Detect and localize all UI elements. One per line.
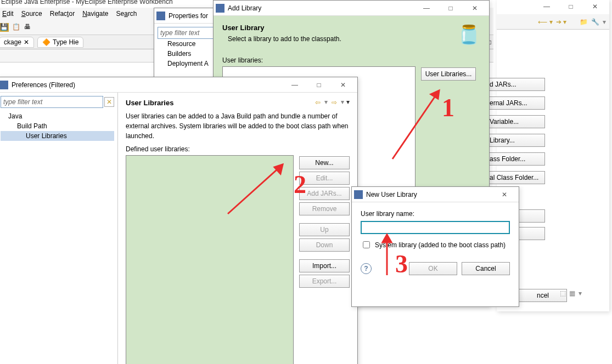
annotation-number-2: 2 bbox=[294, 170, 306, 199]
close-icon[interactable]: ✕ bbox=[24, 38, 29, 46]
tree-java[interactable]: Java bbox=[1, 111, 114, 121]
preferences-nav: ⇦▾ ⇨▾ ▾ bbox=[313, 98, 350, 107]
preferences-filter-input[interactable] bbox=[1, 96, 103, 108]
save-icon[interactable]: 💾 bbox=[0, 23, 9, 32]
minimize-icon[interactable]: — bbox=[283, 77, 307, 93]
new-user-library-footer: ? OK Cancel bbox=[352, 255, 519, 282]
chevron-down-icon[interactable]: ▾ bbox=[579, 289, 582, 297]
tab-type-hierarchy[interactable]: 🔶 Type Hie bbox=[37, 37, 83, 48]
print-icon[interactable]: 🖶 bbox=[24, 23, 33, 32]
ok-button: OK bbox=[409, 262, 457, 275]
defined-libraries-list[interactable] bbox=[126, 155, 294, 364]
help-icon[interactable]: ? bbox=[361, 263, 372, 274]
annotation-number-1: 1 bbox=[442, 93, 454, 122]
maximize-icon[interactable]: □ bbox=[559, 0, 583, 14]
export-button: Export... bbox=[299, 275, 350, 288]
add-library-title: Add Library bbox=[228, 4, 414, 12]
menu-dropdown-icon[interactable]: ▾ bbox=[346, 98, 350, 107]
annotation-number-3: 3 bbox=[395, 249, 408, 278]
editor-min-buttons: ⬚ ▦ ▾ bbox=[560, 289, 582, 297]
menu-edit[interactable]: Edit bbox=[0, 9, 17, 19]
maximize-icon[interactable]: □ bbox=[439, 1, 463, 16]
folder-icon[interactable]: 📁 bbox=[580, 18, 588, 26]
preferences-content-panel: User Libraries ⇦▾ ⇨▾ ▾ User libraries ca… bbox=[118, 93, 357, 364]
tab-package[interactable]: ckage✕ bbox=[0, 37, 34, 48]
library-jar-icon: 🫙 bbox=[457, 24, 480, 46]
eclipse-icon bbox=[216, 4, 224, 13]
add-library-titlebar: Add Library — □ ✕ bbox=[214, 1, 489, 16]
menu-navigate[interactable]: Navigate bbox=[79, 9, 111, 19]
system-library-checkbox-row[interactable]: System library (added to the boot class … bbox=[361, 240, 510, 250]
remove-button: Remove bbox=[299, 202, 350, 215]
right-shell-titlebar: — □ ✕ bbox=[497, 0, 609, 14]
menu-source[interactable]: Source bbox=[18, 9, 46, 19]
back-icon[interactable]: ⟵ ▾ bbox=[538, 18, 552, 26]
edit-button: Edit... bbox=[299, 172, 350, 185]
new-user-library-titlebar: New User Library ✕ bbox=[352, 187, 519, 202]
forward-icon[interactable]: ➔ ▾ bbox=[556, 18, 566, 26]
defined-libraries-label: Defined user libraries: bbox=[126, 145, 350, 153]
clear-filter-icon[interactable]: ✕ bbox=[104, 97, 114, 107]
add-library-header: User Library Select a library to add to … bbox=[214, 16, 489, 51]
build-path-buttons: d JARs... ernal JARs... Variable... Libr… bbox=[486, 77, 545, 185]
back-icon[interactable]: ⇦ bbox=[313, 98, 322, 107]
right-toolbar: ⟵ ▾ ➔ ▾ 📁 🔧 ▾ bbox=[497, 14, 609, 30]
minimize-icon[interactable]: — bbox=[414, 1, 439, 16]
import-button[interactable]: Import... bbox=[299, 259, 350, 272]
user-library-name-label: User library name: bbox=[361, 210, 510, 218]
minimize-icon[interactable]: — bbox=[535, 0, 559, 14]
add-library-subtitle: Select a library to add to the classpath… bbox=[222, 35, 457, 43]
menu-refactor[interactable]: Refactor bbox=[47, 9, 78, 19]
preferences-titlebar: Preferences (Filtered) — □ ✕ bbox=[0, 77, 357, 93]
close-icon[interactable]: ✕ bbox=[331, 77, 355, 93]
add-external-jars-button[interactable]: ernal JARs... bbox=[486, 96, 545, 110]
tree-build-path[interactable]: Build Path bbox=[1, 121, 114, 131]
add-jars-button: Add JARs... bbox=[299, 187, 350, 200]
up-button: Up bbox=[299, 223, 350, 236]
user-libraries-label: User libraries: bbox=[222, 56, 480, 64]
add-library-header-title: User Library bbox=[222, 24, 457, 32]
view-layout-icon[interactable]: ▦ bbox=[569, 289, 575, 297]
add-class-folder-button[interactable]: ass Folder... bbox=[486, 152, 545, 166]
new-user-library-title: New User Library bbox=[366, 191, 492, 198]
preferences-title: Preferences (Filtered) bbox=[12, 81, 283, 89]
down-button: Down bbox=[299, 238, 350, 252]
preferences-tree-panel: ✕ Java Build Path User Libraries bbox=[0, 93, 118, 364]
eclipse-icon bbox=[156, 12, 165, 20]
menu-search[interactable]: Search bbox=[113, 9, 141, 19]
add-variable-button[interactable]: Variable... bbox=[486, 115, 545, 128]
preferences-dialog: Preferences (Filtered) — □ ✕ ✕ Java Buil… bbox=[0, 77, 358, 364]
cancel-button[interactable]: Cancel bbox=[462, 262, 510, 275]
save-all-icon[interactable]: 📋 bbox=[12, 23, 21, 32]
preferences-body: ✕ Java Build Path User Libraries User Li… bbox=[0, 93, 357, 364]
eclipse-icon bbox=[354, 190, 363, 199]
tree-user-libraries[interactable]: User Libraries bbox=[1, 131, 114, 141]
close-icon[interactable]: ✕ bbox=[583, 0, 607, 14]
maximize-icon[interactable]: □ bbox=[307, 77, 331, 93]
new-user-library-body: User library name: System library (added… bbox=[352, 202, 519, 255]
wrench-icon[interactable]: 🔧 bbox=[591, 18, 599, 26]
add-library-button[interactable]: Library... bbox=[486, 134, 545, 147]
close-icon[interactable]: ✕ bbox=[492, 187, 516, 202]
user-library-name-input[interactable] bbox=[361, 221, 510, 234]
eclipse-icon bbox=[0, 81, 8, 89]
view-nav-icon[interactable]: ⬚ bbox=[560, 289, 566, 297]
user-libraries-button[interactable]: User Libraries... bbox=[421, 67, 476, 81]
new-user-library-dialog: New User Library ✕ User library name: Sy… bbox=[351, 186, 519, 307]
new-button[interactable]: New... bbox=[299, 156, 350, 169]
system-library-checkbox-label: System library (added to the boot class … bbox=[375, 241, 506, 249]
preferences-heading: User Libraries bbox=[126, 99, 173, 107]
add-external-class-folder-button[interactable]: al Class Folder... bbox=[486, 171, 545, 184]
close-icon[interactable]: ✕ bbox=[463, 1, 487, 16]
system-library-checkbox[interactable] bbox=[363, 241, 370, 248]
add-jars-button[interactable]: d JARs... bbox=[486, 78, 545, 91]
preferences-description: User libraries can be added to a Java Bu… bbox=[126, 111, 350, 141]
forward-icon[interactable]: ⇨ bbox=[330, 98, 339, 107]
